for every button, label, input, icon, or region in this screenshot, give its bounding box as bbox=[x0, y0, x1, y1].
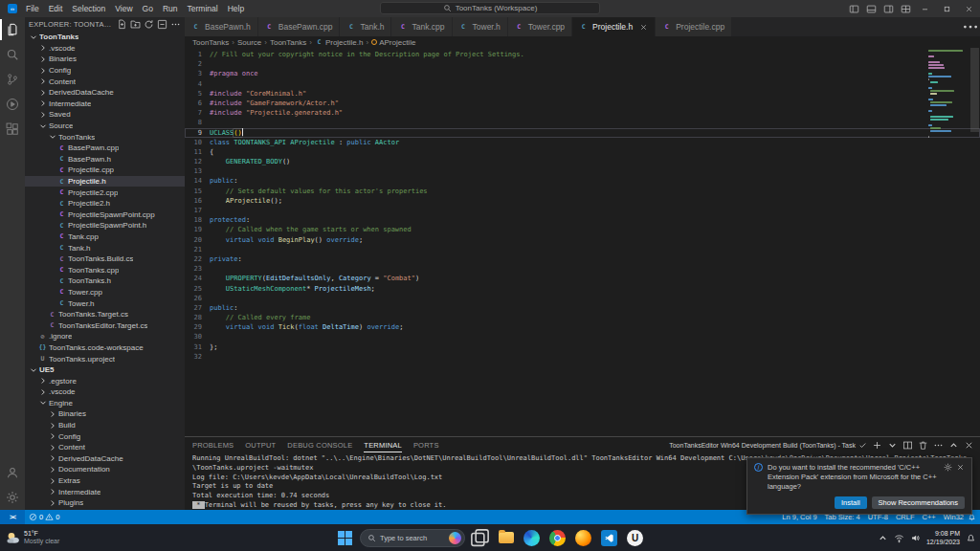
code-line[interactable]: 20 virtual void BeginPlay() override; bbox=[185, 235, 980, 245]
tree-item[interactable]: CProjectileSpawnPoint.h bbox=[25, 220, 185, 231]
code-line[interactable]: 29 virtual void Tick(float DeltaTime) ov… bbox=[185, 322, 980, 332]
menu-edit[interactable]: Edit bbox=[44, 4, 68, 13]
explorer-icon[interactable] bbox=[0, 17, 25, 42]
problems-status[interactable]: 0 0 bbox=[25, 510, 63, 524]
code-line[interactable]: 32 bbox=[185, 352, 980, 362]
extensions-icon[interactable] bbox=[0, 117, 25, 142]
weather-widget[interactable]: 51°F Mostly clear bbox=[6, 524, 59, 551]
breadcrumb-item[interactable]: ToonTanks bbox=[192, 38, 229, 47]
manage-settings-icon[interactable] bbox=[0, 485, 25, 510]
code-line[interactable]: 3#pragma once bbox=[185, 69, 980, 78]
tab-tower-h[interactable]: CTower.h bbox=[453, 17, 508, 36]
file-explorer-icon[interactable] bbox=[495, 527, 517, 549]
tree-item[interactable]: ToonTanks bbox=[25, 131, 185, 143]
kill-terminal-icon[interactable] bbox=[918, 440, 928, 451]
code-line[interactable]: 8 bbox=[185, 118, 980, 127]
tree-item[interactable]: Documentation bbox=[25, 464, 185, 475]
code-line[interactable]: 26 bbox=[185, 294, 980, 303]
tree-item[interactable]: CTower.cpp bbox=[25, 287, 185, 298]
code-line[interactable]: 5#include "CoreMinimal.h" bbox=[185, 89, 980, 99]
tree-item[interactable]: Content bbox=[25, 76, 185, 87]
tab-tower-cpp[interactable]: CTower.cpp bbox=[508, 17, 572, 36]
code-line[interactable]: 11{ bbox=[185, 147, 980, 157]
notification-settings-icon[interactable] bbox=[944, 463, 952, 472]
terminal-dropdown-icon[interactable] bbox=[887, 440, 898, 451]
tree-item[interactable]: Build bbox=[25, 420, 185, 431]
code-line[interactable]: 23 bbox=[185, 264, 980, 274]
code-line[interactable]: 17 bbox=[185, 206, 980, 215]
tab-tank-h[interactable]: CTank.h bbox=[340, 17, 391, 36]
tree-item[interactable]: {}ToonTanks.code-workspace bbox=[25, 342, 185, 354]
terminal-task-label[interactable]: ToonTanksEditor Win64 Development Build … bbox=[669, 441, 867, 450]
tree-item[interactable]: CToonTanksEditor.Target.cs bbox=[25, 320, 185, 331]
minimize-button[interactable] bbox=[914, 0, 936, 17]
install-button[interactable]: Install bbox=[835, 496, 867, 509]
panel-tab-output[interactable]: OUTPUT bbox=[245, 437, 276, 452]
tree-item[interactable]: CToonTanks.h bbox=[25, 276, 185, 287]
tree-item[interactable]: Binaries bbox=[25, 54, 185, 65]
tree-item[interactable]: CProjectile.cpp bbox=[25, 165, 185, 176]
wifi-icon[interactable] bbox=[894, 533, 904, 543]
code-line[interactable]: 14public: bbox=[185, 176, 980, 186]
panel-tab-debug-console[interactable]: DEBUG CONSOLE bbox=[287, 437, 352, 452]
tab-tank-cpp[interactable]: CTank.cpp bbox=[391, 17, 452, 36]
tree-item[interactable]: Plugins bbox=[25, 497, 185, 509]
tree-item[interactable]: UToonTanks.uproject bbox=[25, 353, 185, 364]
maximize-panel-icon[interactable] bbox=[948, 440, 959, 451]
code-line[interactable]: 1// Fill out your copyright notice in th… bbox=[185, 50, 980, 59]
code-line[interactable]: 27public: bbox=[185, 303, 980, 313]
tree-item[interactable]: CTower.h bbox=[25, 298, 185, 309]
menu-terminal[interactable]: Terminal bbox=[183, 4, 223, 13]
tree-item[interactable]: Saved bbox=[25, 109, 185, 121]
chrome-icon[interactable] bbox=[546, 527, 568, 549]
tree-item[interactable]: Engine bbox=[25, 398, 185, 409]
taskbar-search[interactable]: Type to search bbox=[360, 529, 465, 547]
run-and-debug-icon[interactable] bbox=[0, 92, 25, 117]
editor-scrollbar[interactable] bbox=[970, 48, 979, 132]
tree-item[interactable]: Content bbox=[25, 442, 185, 453]
menu-selection[interactable]: Selection bbox=[67, 4, 110, 13]
close-button[interactable] bbox=[958, 0, 980, 17]
tree-item[interactable]: UE5 bbox=[25, 364, 185, 376]
code-line[interactable]: 31}; bbox=[185, 342, 980, 352]
notification-close-icon[interactable] bbox=[956, 463, 965, 472]
tree-item[interactable]: Intermediate bbox=[25, 99, 185, 110]
tree-item[interactable]: CProjectile2.h bbox=[25, 198, 185, 209]
code-line[interactable]: 28 // Called every frame bbox=[185, 313, 980, 322]
maximize-button[interactable] bbox=[936, 0, 958, 17]
code-line[interactable]: 24 UPROPERTY(EditDefaultsOnly, Category … bbox=[185, 274, 980, 283]
split-terminal-icon[interactable] bbox=[902, 440, 913, 451]
tree-item[interactable]: .vscode bbox=[25, 386, 185, 398]
tree-item[interactable]: ToonTanks bbox=[25, 32, 185, 43]
toggle-secondary-sidebar-icon[interactable] bbox=[880, 0, 897, 17]
tree-item[interactable]: CBasePawn.h bbox=[25, 154, 185, 165]
panel-tab-ports[interactable]: PORTS bbox=[413, 437, 439, 452]
code-line[interactable]: 6#include "GameFramework/Actor.h" bbox=[185, 99, 980, 108]
tree-item[interactable]: Source bbox=[25, 121, 185, 132]
tree-item[interactable]: CProjectile2.cpp bbox=[25, 187, 185, 198]
tree-item[interactable]: CProjectileSpawnPoint.cpp bbox=[25, 209, 185, 221]
more-actions-icon[interactable] bbox=[933, 440, 944, 451]
tree-item[interactable]: .vscode bbox=[25, 43, 185, 55]
accounts-icon[interactable] bbox=[0, 460, 25, 485]
code-line[interactable]: 30 bbox=[185, 332, 980, 342]
taskbar-clock[interactable]: 9:08 PM 12/19/2023 bbox=[926, 529, 960, 546]
tree-item[interactable]: Config bbox=[25, 65, 185, 77]
panel-tab-terminal[interactable]: TERMINAL bbox=[364, 437, 402, 452]
tab-projectile-h[interactable]: CProjectile.h bbox=[572, 17, 656, 36]
tree-item[interactable]: Extras bbox=[25, 475, 185, 487]
task-view-icon[interactable] bbox=[469, 527, 491, 549]
notification-center-icon[interactable] bbox=[966, 533, 976, 543]
menu-go[interactable]: Go bbox=[138, 4, 158, 13]
editor-more-actions-icon[interactable] bbox=[961, 17, 980, 36]
menu-file[interactable]: File bbox=[21, 4, 44, 13]
breadcrumb-item[interactable]: CProjectile.h bbox=[315, 38, 364, 47]
tree-item[interactable]: CTank.h bbox=[25, 242, 185, 253]
code-line[interactable]: 7#include "Projectile.generated.h" bbox=[185, 108, 980, 118]
close-panel-icon[interactable] bbox=[964, 440, 974, 451]
code-line[interactable]: 10class TOONTANKS_API AProjectile : publ… bbox=[185, 138, 980, 147]
source-control-icon[interactable] bbox=[0, 67, 25, 92]
code-line[interactable]: 12 GENERATED_BODY() bbox=[185, 157, 980, 166]
tree-item[interactable]: DerivedDataCache bbox=[25, 453, 185, 465]
menu-view[interactable]: View bbox=[110, 4, 137, 13]
